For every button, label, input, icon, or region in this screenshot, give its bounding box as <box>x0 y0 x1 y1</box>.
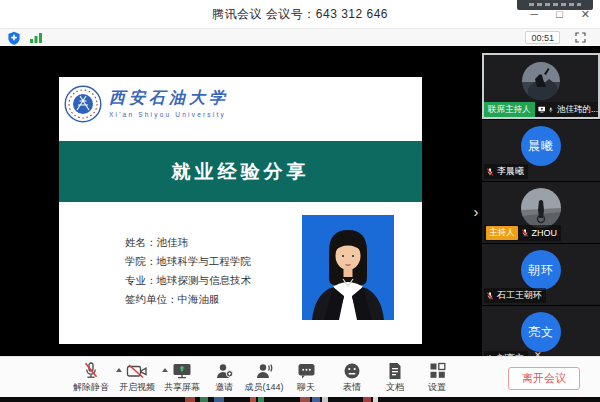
participants-sidebar: 联席主持人 池佳玮的... 晨曦 <box>482 53 600 356</box>
info-major: 专业：地球探测与信息技术 <box>125 271 251 290</box>
fullscreen-icon[interactable] <box>575 32 586 43</box>
university-name-en: Xi'an Shiyou University <box>109 111 229 118</box>
cohost-badge: 联席主持人 <box>484 102 535 117</box>
presentation-slide: 西安石油大学 Xi'an Shiyou University 就业经验分享 姓名… <box>59 77 422 344</box>
members-icon <box>254 362 274 380</box>
info-employer: 签约单位：中海油服 <box>125 290 251 309</box>
titlebar: 腾讯会议 会议号：643 312 646 ─ □ ✕ <box>0 0 600 28</box>
emoji-button[interactable]: 表情 <box>328 361 376 394</box>
mic-muted-icon <box>486 291 494 301</box>
unmute-button[interactable]: 解除静音 <box>67 361 115 394</box>
meeting-timer: 00:51 <box>525 31 560 44</box>
participant-tile[interactable]: 晨曦 李晨曦 <box>482 119 600 181</box>
invite-person-icon <box>214 362 234 380</box>
participant-tile[interactable]: 主持人 ZHOU <box>482 181 600 243</box>
id-photo <box>302 215 394 320</box>
slide-title: 就业经验分享 <box>172 159 310 185</box>
smiley-icon <box>343 362 361 380</box>
meeting-toolbar: 解除静音 开启视频 共享屏幕 <box>0 356 600 397</box>
info-college: 学院：地球科学与工程学院 <box>125 252 251 271</box>
participant-avatar-photo <box>522 62 560 100</box>
participant-name: 石工王朝环 <box>497 289 542 302</box>
speaker-info: 姓名：池佳玮 学院：地球科学与工程学院 专业：地球探测与信息技术 签约单位：中海… <box>125 233 251 309</box>
mic-on-icon <box>548 105 554 115</box>
leave-meeting-button[interactable]: 离开会议 <box>508 367 580 390</box>
settings-button[interactable]: 设置 <box>413 361 461 394</box>
participant-tile[interactable]: 朝环 石工王朝环 <box>482 243 600 305</box>
screen-sharing-icon <box>538 105 546 114</box>
host-badge: 主持人 <box>486 226 518 240</box>
document-icon <box>387 362 403 380</box>
mic-muted-icon <box>521 228 529 238</box>
participant-tile[interactable]: 联席主持人 池佳玮的... <box>482 53 600 119</box>
university-emblem-icon <box>64 85 102 123</box>
participant-name: ZHOU <box>532 228 558 238</box>
participant-avatar-photo <box>521 188 561 228</box>
info-name: 姓名：池佳玮 <box>125 233 251 252</box>
security-shield-icon[interactable] <box>7 31 21 45</box>
mic-muted-icon <box>81 362 101 380</box>
cutoff-tooltip <box>517 0 593 10</box>
share-screen-icon <box>172 362 192 380</box>
university-logo: 西安石油大学 Xi'an Shiyou University <box>64 85 229 123</box>
participant-name: 池佳玮的... <box>557 104 598 116</box>
members-button[interactable]: 成员(144) <box>240 361 288 394</box>
start-video-button[interactable]: 开启视频 <box>113 361 161 394</box>
network-signal-icon <box>29 32 43 44</box>
chat-bubble-icon <box>297 362 316 380</box>
camera-off-icon <box>126 362 148 380</box>
participant-avatar-initials: 朝环 <box>521 250 561 290</box>
shared-screen-area: 西安石油大学 Xi'an Shiyou University 就业经验分享 姓名… <box>0 46 600 356</box>
meeting-window: 腾讯会议 会议号：643 312 646 ─ □ ✕ 00:51 <box>0 0 600 402</box>
mic-muted-icon <box>486 167 494 177</box>
apps-grid-icon <box>429 362 446 379</box>
university-name-cn: 西安石油大学 <box>109 88 229 109</box>
statusbar: 00:51 <box>0 28 600 46</box>
slide-title-banner: 就业经验分享 <box>59 141 422 202</box>
docs-button[interactable]: 文档 <box>371 361 419 394</box>
participant-avatar-initials: 晨曦 <box>521 126 561 166</box>
share-screen-button[interactable]: 共享屏幕 <box>158 361 206 394</box>
chat-button[interactable]: 聊天 <box>282 361 330 394</box>
participant-name: 李晨曦 <box>497 165 524 178</box>
window-title: 腾讯会议 会议号：643 312 646 <box>0 0 600 28</box>
participant-avatar-initials: 亮文 <box>521 312 561 352</box>
taskbar-sliver <box>0 397 600 402</box>
participant-tile[interactable]: 亮文 刘亮文 ✕ <box>482 305 600 356</box>
